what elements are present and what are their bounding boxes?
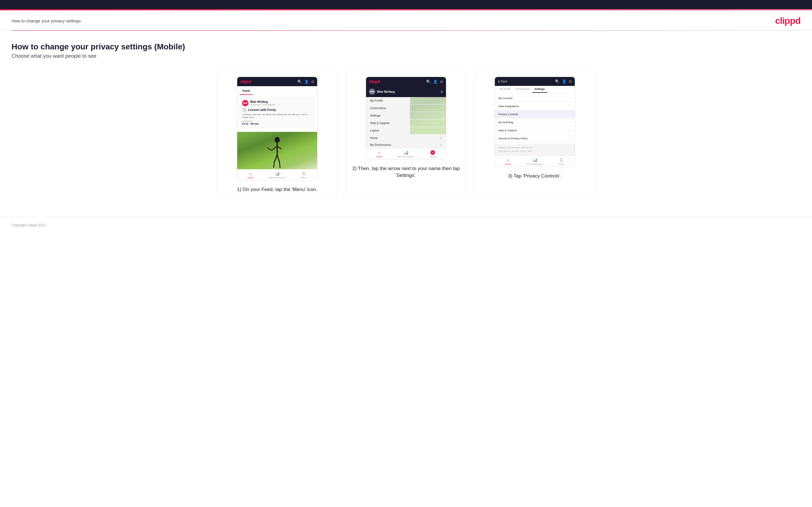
svg-line-8 bbox=[280, 162, 280, 168]
svg-point-0 bbox=[274, 137, 280, 143]
privacy-policy-label: Service & Privacy Policy bbox=[498, 137, 527, 140]
golf-image bbox=[237, 132, 317, 169]
nav2-home: ⌂ Home bbox=[366, 150, 393, 158]
privacy-controls-label: Privacy Controls bbox=[498, 113, 518, 116]
close-icon: ✕ bbox=[430, 150, 435, 155]
tab-connections: Connections bbox=[513, 86, 532, 93]
menu-icon-3: ☰ bbox=[560, 158, 563, 162]
profile-icon: 👤 bbox=[304, 79, 309, 84]
step2-icons: 🔍 👤 ⊙ bbox=[426, 79, 443, 84]
menu-user-row: BM Blair McHarg ∧ bbox=[366, 86, 446, 97]
help-support-label: Help & Support bbox=[370, 121, 390, 125]
home-section-label: Home bbox=[370, 136, 378, 139]
home-chevron: ∨ bbox=[440, 136, 442, 139]
search-icon-2: 🔍 bbox=[426, 79, 431, 84]
step-3-phone: ❮ Back 🔍 👤 ⊙ My Profile Connections Sett… bbox=[495, 77, 575, 167]
menu-section-performance: My Performance ∨ bbox=[366, 141, 446, 148]
nav2-menu: ✕ Menu bbox=[419, 150, 446, 158]
menu-expand-arrow: ∧ bbox=[441, 90, 443, 94]
step-3-description: 3) Tap 'Privacy Controls'. bbox=[508, 173, 562, 179]
nav-menu: ☰ Menu bbox=[291, 171, 317, 179]
settings-icon-3: ⊙ bbox=[569, 79, 572, 83]
nav3-performance-label: My Performance bbox=[526, 163, 544, 165]
logout-label: Logout bbox=[370, 129, 379, 132]
nav2-performance: 📊 My Performance bbox=[393, 150, 419, 158]
menu-item-settings: Settings bbox=[366, 112, 446, 119]
nav3-menu-label: Menu bbox=[559, 163, 564, 165]
avatar: BM bbox=[242, 100, 248, 106]
menu-overlay: BM Blair McHarg ∧ My Profile Connections bbox=[366, 86, 446, 148]
nav-performance: 📊 My Performance bbox=[264, 171, 291, 179]
search-icon-3: 🔍 bbox=[555, 79, 560, 83]
post-date: Yesterday · Sunningdale bbox=[250, 103, 275, 106]
settings-icon: ⊙ bbox=[311, 79, 314, 84]
step-2-description: 2) Then, tap the arrow next to your name… bbox=[352, 165, 460, 179]
steps-container: clippd 🔍 👤 ⊙ Feed BM bbox=[11, 71, 801, 199]
settings-privacy-controls: Privacy Controls › bbox=[495, 110, 575, 118]
clippd-logo: clippd bbox=[775, 15, 801, 26]
nav2-performance-label: My Performance bbox=[398, 155, 415, 158]
menu-icon: ☰ bbox=[302, 171, 306, 176]
svg-line-3 bbox=[267, 148, 271, 151]
header-title: How to change your privacy settings bbox=[11, 18, 81, 23]
settings-data-integrations: Data Integrations › bbox=[495, 102, 575, 110]
settings-label: Settings bbox=[370, 114, 380, 117]
settings-help-support: Help & Support ↗ bbox=[495, 126, 575, 134]
step-1-description: 1) On your Feed, tap the 'Menu' icon. bbox=[237, 186, 317, 193]
step2-app-bar: clippd 🔍 👤 ⊙ bbox=[366, 77, 446, 86]
profile-icon-2: 👤 bbox=[433, 79, 438, 84]
nav2-menu-label: Menu bbox=[430, 155, 436, 158]
step3-icons: 🔍 👤 ⊙ bbox=[555, 79, 572, 83]
nav-menu-label: Menu bbox=[301, 176, 307, 179]
privacy-controls-chevron: › bbox=[570, 113, 571, 116]
external-link-icon: ↗ bbox=[440, 122, 442, 125]
page-header: How to change your privacy settings clip… bbox=[0, 10, 812, 31]
home-icon-2: ⌂ bbox=[378, 150, 380, 155]
top-bar bbox=[0, 0, 812, 9]
nav-home-label: Home bbox=[248, 176, 254, 179]
lesson-title: Lesson with Fordy bbox=[248, 108, 276, 111]
data-integrations-chevron: › bbox=[570, 105, 571, 108]
page-subheading: Choose what you want people to see bbox=[11, 53, 801, 59]
tab-my-profile: My Profile bbox=[497, 86, 513, 93]
settings-privacy-policy: Service & Privacy Policy ↗ bbox=[495, 134, 575, 143]
step1-app-bar: clippd 🔍 👤 ⊙ bbox=[237, 77, 317, 86]
feed-content: BM Blair McHarg Yesterday · Sunningdale … bbox=[237, 95, 317, 132]
feed-post: BM Blair McHarg Yesterday · Sunningdale … bbox=[240, 97, 315, 128]
data-integrations-label: Data Integrations bbox=[498, 105, 519, 108]
step3-bottom-nav: ⌂ Home 📊 My Performance ☰ Menu bbox=[495, 156, 575, 167]
search-icon: 🔍 bbox=[297, 79, 302, 84]
step2-logo: clippd bbox=[369, 79, 380, 84]
step-2-phone: clippd 🔍 👤 ⊙ BM Bl bbox=[366, 77, 446, 159]
svg-line-4 bbox=[277, 146, 282, 149]
step-1-phone: clippd 🔍 👤 ⊙ Feed BM bbox=[237, 77, 317, 180]
client-version: Clippd Client Version: 2022.8.3-3 bbox=[498, 146, 571, 150]
menu-item-connections: Connections bbox=[366, 105, 446, 112]
chart-icon-2: 📊 bbox=[404, 150, 409, 155]
nav3-home-label: Home bbox=[505, 163, 511, 165]
my-golf-bag-label: My Golf Bag bbox=[498, 121, 513, 124]
main-content: How to change your privacy settings (Mob… bbox=[0, 31, 812, 216]
chart-icon: 📊 bbox=[275, 171, 280, 176]
settings-icon-2: ⊙ bbox=[440, 79, 443, 84]
feed-tab: Feed bbox=[240, 87, 253, 95]
svg-line-7 bbox=[274, 162, 274, 168]
nav-home: ⌂ Home bbox=[237, 171, 264, 179]
back-button: ❮ Back bbox=[498, 80, 507, 83]
nav-performance-label: My Performance bbox=[269, 176, 286, 179]
golfer-svg bbox=[266, 135, 289, 169]
performance-section-label: My Performance bbox=[370, 143, 391, 147]
svg-line-2 bbox=[271, 146, 277, 151]
menu-item-my-profile: My Profile bbox=[366, 97, 446, 105]
profile-icon-3: 👤 bbox=[562, 79, 566, 83]
duration-label: Duration bbox=[242, 120, 312, 122]
server-version: GQL Server Version: 2022.7.30-1 bbox=[498, 150, 571, 153]
my-golf-bag-chevron: › bbox=[570, 121, 571, 124]
copyright-text: Copyright Clippd 2022 bbox=[11, 223, 46, 227]
help-external-link-icon: ↗ bbox=[569, 129, 571, 132]
step1-icons: 🔍 👤 ⊙ bbox=[297, 79, 314, 84]
step2-bottom-nav: ⌂ Home 📊 My Performance ✕ Menu bbox=[366, 148, 446, 159]
svg-line-6 bbox=[277, 155, 280, 162]
page-footer: Copyright Clippd 2022 bbox=[0, 216, 812, 233]
post-username: Blair McHarg bbox=[250, 100, 275, 103]
